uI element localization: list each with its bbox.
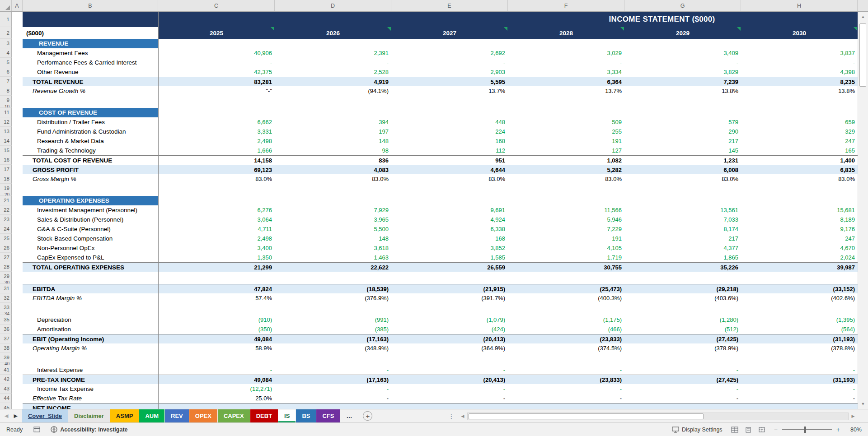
value-cell[interactable]: (12,271) (158, 384, 275, 394)
value-cell[interactable]: 1,666 (158, 146, 275, 155)
value-cell[interactable]: 1,719 (508, 253, 624, 262)
value-cell[interactable]: 247 (741, 136, 858, 146)
row-number[interactable]: 38 (0, 343, 12, 353)
cell[interactable] (12, 196, 23, 205)
value-cell[interactable]: 49,084 (158, 375, 275, 384)
row-label-cell[interactable]: G&A & C-Suite (Personnel) (23, 224, 158, 234)
row-number[interactable]: 42 (0, 375, 12, 384)
value-cell[interactable]: (391.7%) (391, 293, 508, 303)
cell[interactable] (12, 353, 23, 362)
value-cell[interactable] (508, 272, 624, 281)
row-number[interactable]: 15 (0, 146, 12, 155)
value-cell[interactable]: 509 (508, 117, 624, 127)
value-cell[interactable]: 25.0% (158, 394, 275, 403)
row-label-cell[interactable]: Effective Tax Rate (23, 394, 158, 403)
row-label-cell[interactable]: Management Fees (23, 48, 158, 58)
value-cell[interactable] (158, 96, 275, 105)
cell[interactable] (12, 234, 23, 243)
value-cell[interactable]: 255 (508, 127, 624, 136)
value-cell[interactable]: 290 (624, 127, 741, 136)
value-cell[interactable]: 2,528 (275, 67, 391, 77)
cell[interactable] (12, 96, 23, 105)
value-cell[interactable]: (1,079) (391, 315, 508, 325)
value-cell[interactable]: - (391, 384, 508, 394)
value-cell[interactable] (624, 303, 741, 312)
value-cell[interactable] (158, 196, 275, 205)
value-cell[interactable]: 3,837 (741, 48, 858, 58)
cell[interactable] (12, 108, 23, 117)
value-cell[interactable]: (27,425) (624, 334, 741, 343)
row-number[interactable]: 43 (0, 384, 12, 394)
value-cell[interactable] (741, 184, 858, 193)
cell[interactable] (12, 39, 23, 48)
row-number[interactable]: 4 (0, 48, 12, 58)
column-header-f[interactable]: F (508, 0, 624, 11)
year-cell[interactable]: 2027 (391, 27, 508, 39)
row-label-cell[interactable]: REVENUE (23, 39, 158, 48)
value-cell[interactable] (624, 39, 741, 48)
cell[interactable] (12, 117, 23, 127)
row-number[interactable]: 26 (0, 243, 12, 253)
row-number[interactable]: 21 (0, 196, 12, 205)
value-cell[interactable]: 3,409 (624, 48, 741, 58)
horizontal-scroll-thumb[interactable] (469, 413, 704, 419)
scroll-down-icon[interactable]: ▼ (858, 399, 868, 409)
row-label-cell[interactable]: Interest Expense (23, 365, 158, 375)
row-label-cell[interactable]: Research & Market Data (23, 136, 158, 146)
row-number[interactable]: 44 (0, 394, 12, 403)
value-cell[interactable]: 2,024 (741, 253, 858, 262)
value-cell[interactable]: 5,595 (391, 77, 508, 86)
cell[interactable] (12, 394, 23, 403)
value-cell[interactable]: 145 (624, 146, 741, 155)
cell[interactable] (12, 67, 23, 77)
cell[interactable] (12, 205, 23, 215)
value-cell[interactable] (508, 96, 624, 105)
value-cell[interactable]: (20,413) (391, 334, 508, 343)
value-cell[interactable] (741, 108, 858, 117)
value-cell[interactable]: (27,425) (624, 375, 741, 384)
row-number[interactable]: 16 (0, 155, 12, 165)
year-cell[interactable]: 2029 (624, 27, 741, 39)
row-label-cell[interactable]: Performance Fees & Carried Interest (23, 58, 158, 67)
value-cell[interactable]: (564) (741, 325, 858, 334)
value-cell[interactable]: 3,829 (624, 67, 741, 77)
value-cell[interactable]: 26,559 (391, 262, 508, 272)
row-number[interactable]: 35 (0, 315, 12, 325)
cell[interactable] (12, 165, 23, 174)
column-header-a[interactable]: A (12, 0, 23, 11)
value-cell[interactable]: 6,008 (624, 165, 741, 174)
value-cell[interactable]: (1,175) (508, 315, 624, 325)
select-all-button[interactable] (0, 0, 12, 11)
value-cell[interactable]: - (741, 394, 858, 403)
cell[interactable] (12, 48, 23, 58)
value-cell[interactable]: 3,029 (508, 48, 624, 58)
row-number[interactable]: 37 (0, 334, 12, 343)
value-cell[interactable]: 951 (391, 155, 508, 165)
units-label-cell[interactable]: ($000) (23, 27, 158, 39)
sheet-tab-aum[interactable]: AUM (139, 409, 164, 422)
row-label-cell[interactable]: PRE-TAX INCOME (23, 375, 158, 384)
value-cell[interactable]: (385) (275, 325, 391, 334)
value-cell[interactable]: (94.1%) (275, 86, 391, 96)
value-cell[interactable]: 13.7% (508, 86, 624, 96)
value-cell[interactable]: 7,229 (508, 224, 624, 234)
cell[interactable] (12, 334, 23, 343)
row-number[interactable]: 31 (0, 284, 12, 293)
cell[interactable] (12, 86, 23, 96)
value-cell[interactable]: 4,670 (741, 243, 858, 253)
value-cell[interactable]: (378.9%) (624, 343, 741, 353)
row-number[interactable]: 12 (0, 117, 12, 127)
value-cell[interactable]: - (391, 365, 508, 375)
value-cell[interactable] (391, 108, 508, 117)
value-cell[interactable]: (466) (508, 325, 624, 334)
value-cell[interactable]: 2,391 (275, 48, 391, 58)
value-cell[interactable] (391, 272, 508, 281)
value-cell[interactable]: - (624, 365, 741, 375)
value-cell[interactable]: 30,755 (508, 262, 624, 272)
value-cell[interactable]: 2,498 (158, 234, 275, 243)
year-cell[interactable]: 2025 (158, 27, 275, 39)
sheet-tab--[interactable]: … (340, 409, 358, 422)
value-cell[interactable]: (1,280) (624, 315, 741, 325)
value-cell[interactable]: (18,539) (275, 284, 391, 293)
value-cell[interactable]: 83.0% (275, 174, 391, 184)
